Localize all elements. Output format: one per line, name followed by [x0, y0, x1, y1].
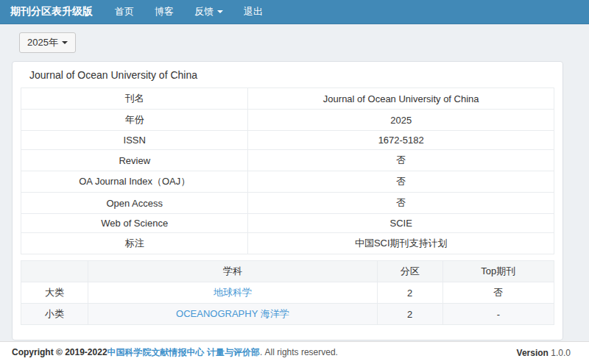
version-value: 1.0.0 [551, 348, 571, 358]
detail-row-year: 年份 2025 [21, 110, 554, 131]
detail-value: SCIE [248, 214, 554, 233]
top-journal-value: 否 [442, 282, 554, 304]
top-journal-value: - [442, 304, 554, 325]
detail-value: Journal of Ocean University of China [248, 88, 554, 110]
page-title: Journal of Ocean University of China [21, 62, 554, 88]
year-dropdown-button[interactable]: 2025年 [19, 32, 76, 53]
journal-categories-table: 学科 分区 Top期刊 大类 地球科学 2 否 小类 OCEANOGRAPHY … [21, 260, 554, 325]
version-label: Version [517, 348, 549, 358]
version-text: Version 1.0.0 [517, 348, 571, 358]
category-type: 小类 [21, 304, 88, 325]
journal-detail-panel: Journal of Ocean University of China 刊名 … [12, 61, 563, 340]
nav-item-logout[interactable]: 退出 [233, 0, 273, 24]
top-navbar: 期刊分区表升级版 首页 博客 反馈 退出 [0, 0, 589, 24]
nav-item-feedback[interactable]: 反馈 [184, 0, 233, 24]
header-type [21, 261, 88, 282]
detail-row-open-access: Open Access 否 [21, 193, 554, 214]
detail-row-name: 刊名 Journal of Ocean University of China [21, 88, 554, 110]
header-partition: 分区 [377, 261, 442, 282]
category-row-major: 大类 地球科学 2 否 [21, 282, 554, 304]
detail-row-issn: ISSN 1672-5182 [21, 131, 554, 150]
journal-details-table: 刊名 Journal of Ocean University of China … [21, 88, 554, 254]
detail-value: 否 [248, 150, 554, 171]
detail-value: 1672-5182 [248, 131, 554, 150]
categories-header-row: 学科 分区 Top期刊 [21, 261, 554, 282]
detail-label: OA Journal Index（OAJ） [21, 171, 248, 193]
detail-row-oa-journal-index: OA Journal Index（OAJ） 否 [21, 171, 554, 193]
detail-label: Web of Science [21, 214, 248, 233]
detail-label: Review [21, 150, 248, 171]
copyright-text: Copyright © 2019-2022中国科学院文献情报中心 计量与评价部.… [12, 346, 338, 359]
brand-title[interactable]: 期刊分区表升级版 [10, 5, 93, 18]
detail-label: Open Access [21, 193, 248, 214]
subject-link-major[interactable]: 地球科学 [214, 287, 252, 298]
category-row-minor: 小类 OCEANOGRAPHY 海洋学 2 - [21, 304, 554, 325]
subject-link-minor[interactable]: OCEANOGRAPHY 海洋学 [176, 308, 289, 319]
detail-row-annotation: 标注 中国SCI期刊支持计划 [21, 233, 554, 254]
detail-label: 标注 [21, 233, 248, 254]
detail-label: ISSN [21, 131, 248, 150]
nav-item-home[interactable]: 首页 [105, 0, 144, 24]
detail-row-web-of-science: Web of Science SCIE [21, 214, 554, 233]
nav-item-feedback-label: 反馈 [194, 6, 214, 17]
detail-value: 中国SCI期刊支持计划 [248, 233, 554, 254]
detail-value: 2025 [248, 110, 554, 131]
nav-item-blog[interactable]: 博客 [144, 0, 184, 24]
copyright-suffix: . All rights reserved. [260, 347, 338, 357]
detail-label: 刊名 [21, 88, 248, 110]
footer: Copyright © 2019-2022中国科学院文献情报中心 计量与评价部.… [0, 341, 589, 364]
partition-value: 2 [377, 304, 442, 325]
category-type: 大类 [21, 282, 88, 304]
year-dropdown-label: 2025年 [27, 37, 58, 48]
partition-value: 2 [377, 282, 442, 304]
copyright-prefix: Copyright © 2019-2022 [12, 347, 107, 357]
header-subject: 学科 [88, 261, 377, 282]
detail-label: 年份 [21, 110, 248, 131]
header-top-journal: Top期刊 [442, 261, 554, 282]
chevron-down-icon [217, 10, 223, 13]
detail-value: 否 [248, 193, 554, 214]
detail-row-review: Review 否 [21, 150, 554, 171]
detail-value: 否 [248, 171, 554, 193]
footer-org-link[interactable]: 中国科学院文献情报中心 计量与评价部 [107, 347, 260, 357]
chevron-down-icon [62, 41, 68, 44]
